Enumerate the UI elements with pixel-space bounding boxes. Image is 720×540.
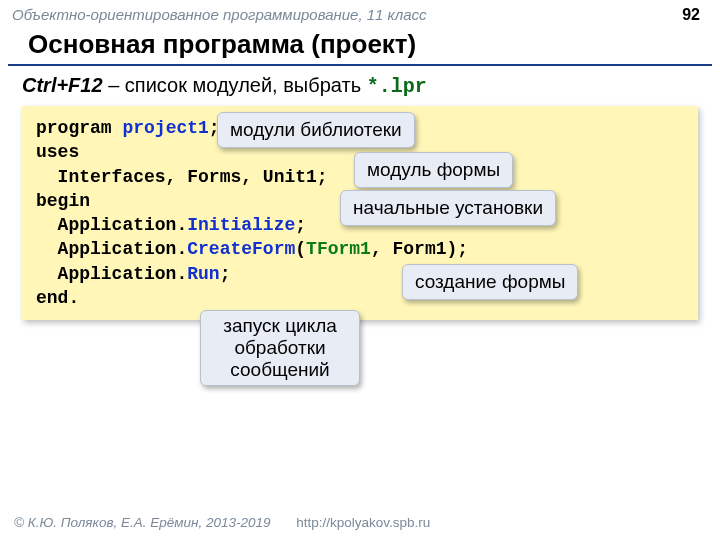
header-bar: Объектно-ориентированное программировани… — [0, 0, 720, 27]
callout-form-module: модуль формы — [354, 152, 513, 188]
callout-create-form: создание формы — [402, 264, 578, 300]
subtitle-text: – список модулей, выбрать — [103, 74, 367, 96]
code-block: program project1; uses Interfaces, Forms… — [22, 106, 698, 320]
code-line: Application.CreateForm(TForm1, Form1); — [36, 237, 684, 261]
code-line: end. — [36, 286, 684, 310]
callout-libraries: модули библиотеки — [217, 112, 415, 148]
callout-run-loop: запуск цикла обработки сообщений — [200, 310, 360, 386]
subtitle: Ctrl+F12 – список модулей, выбрать *.lpr — [0, 72, 720, 106]
code-line: Application.Run; — [36, 262, 684, 286]
course-name: Объектно-ориентированное программировани… — [12, 6, 427, 23]
page-number: 92 — [682, 6, 700, 24]
hotkey-label: Ctrl+F12 — [22, 74, 103, 96]
copyright: © К.Ю. Поляков, Е.А. Ерёмин, 2013-2019 — [14, 515, 271, 530]
file-extension: *.lpr — [367, 75, 427, 98]
callout-init: начальные установки — [340, 190, 556, 226]
footer-url: http://kpolyakov.spb.ru — [296, 515, 430, 530]
page-title: Основная программа (проект) — [8, 27, 712, 66]
footer: © К.Ю. Поляков, Е.А. Ерёмин, 2013-2019 h… — [14, 515, 430, 530]
